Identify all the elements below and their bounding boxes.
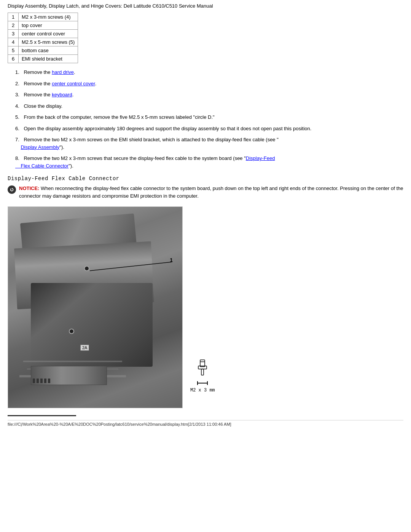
table-row: 5 bottom case [8, 46, 78, 55]
row-num: 1 [8, 13, 19, 21]
display-assembly-link[interactable]: Display Assembly [21, 144, 59, 150]
table-row: 2 top cover [8, 21, 78, 30]
step-8-before: Remove the two M2 x 3-mm screws that sec… [24, 155, 245, 161]
step-2: Remove the center control cover. [11, 80, 403, 88]
step-3: Remove the keyboard. [11, 91, 403, 99]
table-row: 3 center control cover [8, 30, 78, 38]
screw-dot-1 [84, 266, 89, 271]
footer-text: file:///C|/Work%20Area%20-%20A/E%20DOC%2… [8, 420, 403, 427]
row-num: 2 [8, 21, 19, 30]
svg-rect-5 [198, 366, 207, 369]
step-8: Remove the two M2 x 3-mm screws that sec… [11, 155, 403, 169]
icon-area: M2 x 3 mm [190, 359, 215, 393]
step-5: From the back of the computer, remove th… [11, 113, 403, 121]
m2x3-symbol [195, 380, 210, 387]
step-7-after: "). [59, 144, 64, 150]
callout-number-1: 1 [170, 257, 173, 263]
step-5-text: From the back of the computer, remove th… [24, 114, 214, 120]
steps-list: Remove the hard drive. Remove the center… [8, 69, 403, 169]
row-num: 6 [8, 55, 19, 63]
step-2-before: Remove the [24, 81, 52, 86]
hard-drive-link[interactable]: hard drive [52, 69, 74, 75]
row-part: top cover [19, 21, 78, 30]
step-1-before: Remove the [24, 69, 52, 75]
parts-table: 1 M2 x 3-mm screws (4) 2 top cover 3 cen… [8, 13, 78, 63]
row-part: M2 x 3-mm screws (4) [19, 13, 78, 21]
table-row: 6 EMI shield bracket [8, 55, 78, 63]
keyboard-link[interactable]: keyboard [52, 92, 72, 97]
step-6-text: Open the display assembly approximately … [24, 126, 311, 131]
step-4-text: Close the display. [24, 103, 62, 109]
row-num: 4 [8, 38, 19, 46]
center-control-cover-link[interactable]: center control cover [52, 81, 95, 86]
row-num: 5 [8, 46, 19, 55]
row-part: M2.5 x 5-mm screws (5) [19, 38, 78, 46]
hardware-diagram: 1 2A [8, 206, 183, 408]
notice-box: NOTICE: When reconnecting the display-fe… [8, 185, 403, 200]
table-row: 1 M2 x 3-mm screws (4) [8, 13, 78, 21]
screw-icon [195, 359, 210, 376]
step-4: Close the display. [11, 102, 403, 110]
page-title: Display Assembly, Display Latch, and Hin… [8, 3, 403, 9]
screw-svg-icon [195, 359, 210, 376]
row-part: EMI shield bracket [19, 55, 78, 63]
row-num: 3 [8, 30, 19, 38]
section-heading: Display-Feed Flex Cable Connector [8, 176, 403, 182]
circle-arrow-icon [9, 187, 14, 192]
notice-label: NOTICE: [19, 185, 39, 191]
notice-icon [8, 185, 16, 194]
row-part: bottom case [19, 46, 78, 55]
row-part: center control cover [19, 30, 78, 38]
step-7: Remove the two M2 x 3-mm screws on the E… [11, 136, 403, 151]
notice-text: NOTICE: When reconnecting the display-fe… [19, 185, 403, 200]
bottom-bar [8, 415, 76, 416]
step-2-after: . [95, 81, 97, 86]
step-1: Remove the hard drive. [11, 69, 403, 76]
notice-body: When reconnecting the display-feed flex … [19, 185, 403, 199]
svg-rect-6 [201, 369, 204, 375]
screw-dot-2 [69, 329, 74, 334]
screw-label: M2 x 3 mm [190, 388, 215, 393]
step-1-after: . [74, 69, 75, 75]
step-6: Open the display assembly approximately … [11, 125, 403, 133]
table-row: 4 M2.5 x 5-mm screws (5) [8, 38, 78, 46]
label-2a: 2A [80, 345, 89, 351]
step-8-after: "). [68, 163, 73, 169]
step-3-after: . [72, 92, 74, 97]
step-3-before: Remove the [24, 92, 52, 97]
image-container: 1 2A [8, 206, 403, 408]
